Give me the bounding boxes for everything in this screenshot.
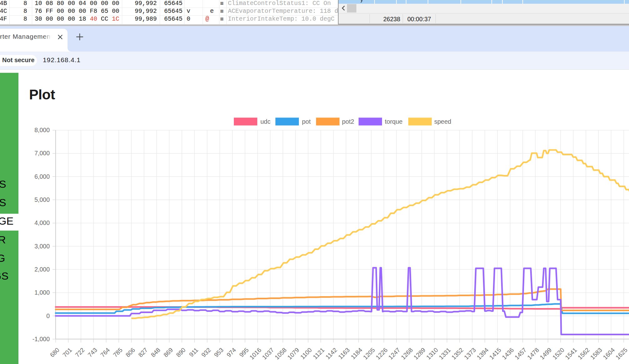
svg-text:1373: 1373: [463, 347, 477, 361]
svg-text:848: 848: [149, 347, 162, 359]
svg-text:890: 890: [175, 346, 187, 358]
svg-text:1478: 1478: [526, 347, 540, 361]
svg-text:1037: 1037: [261, 347, 275, 361]
svg-text:speed: speed: [434, 118, 451, 125]
svg-text:722: 722: [74, 347, 86, 359]
svg-text:806: 806: [124, 347, 137, 359]
svg-text:869: 869: [162, 347, 174, 359]
svg-text:3,000: 3,000: [34, 243, 50, 250]
svg-text:1268: 1268: [400, 347, 414, 361]
svg-text:995: 995: [238, 346, 250, 358]
svg-text:1016: 1016: [248, 347, 263, 361]
svg-text:785: 785: [112, 346, 124, 358]
svg-text:1604: 1604: [601, 346, 616, 361]
svg-text:1058: 1058: [273, 347, 288, 361]
svg-text:1,000: 1,000: [34, 289, 50, 296]
svg-text:680: 680: [48, 346, 61, 358]
svg-text:1520: 1520: [551, 346, 566, 361]
svg-text:1331: 1331: [437, 347, 452, 361]
svg-text:1079: 1079: [286, 347, 300, 361]
svg-text:6,000: 6,000: [34, 173, 50, 180]
svg-text:1457: 1457: [513, 347, 528, 361]
svg-text:1121: 1121: [312, 347, 326, 361]
svg-text:1583: 1583: [589, 347, 603, 361]
svg-text:8,000: 8,000: [34, 127, 50, 133]
svg-text:1100: 1100: [299, 346, 313, 360]
svg-text:pot: pot: [302, 118, 311, 125]
svg-text:1226: 1226: [374, 347, 389, 361]
svg-text:pot2: pot2: [342, 118, 354, 125]
svg-text:1541: 1541: [564, 347, 578, 361]
svg-text:1436: 1436: [501, 347, 515, 361]
svg-text:1352: 1352: [450, 347, 465, 361]
svg-text:1289: 1289: [412, 347, 427, 361]
svg-text:1415: 1415: [488, 346, 502, 361]
svg-text:-1,000: -1,000: [33, 336, 50, 342]
svg-text:743: 743: [86, 347, 98, 359]
svg-text:0: 0: [46, 312, 50, 319]
svg-text:1394: 1394: [475, 346, 490, 361]
svg-text:udc: udc: [260, 118, 270, 125]
svg-text:1499: 1499: [538, 347, 553, 361]
svg-text:5,000: 5,000: [34, 196, 50, 203]
svg-text:1163: 1163: [337, 347, 351, 361]
svg-text:953: 953: [213, 347, 225, 359]
svg-text:1247: 1247: [387, 347, 401, 361]
svg-text:2,000: 2,000: [34, 266, 50, 273]
svg-text:827: 827: [137, 347, 149, 359]
svg-text:701: 701: [61, 347, 73, 359]
svg-text:1562: 1562: [576, 347, 591, 361]
svg-text:torque: torque: [385, 118, 403, 125]
svg-text:932: 932: [200, 347, 212, 359]
svg-text:7,000: 7,000: [34, 150, 50, 157]
svg-text:1310: 1310: [425, 346, 439, 361]
svg-text:764: 764: [99, 346, 111, 358]
svg-text:1205: 1205: [362, 346, 376, 361]
svg-text:974: 974: [225, 346, 238, 358]
svg-text:4,000: 4,000: [34, 219, 50, 226]
svg-text:1184: 1184: [350, 346, 364, 360]
svg-text:1625: 1625: [614, 346, 629, 361]
svg-text:1142: 1142: [324, 347, 338, 361]
svg-text:911: 911: [188, 347, 199, 358]
